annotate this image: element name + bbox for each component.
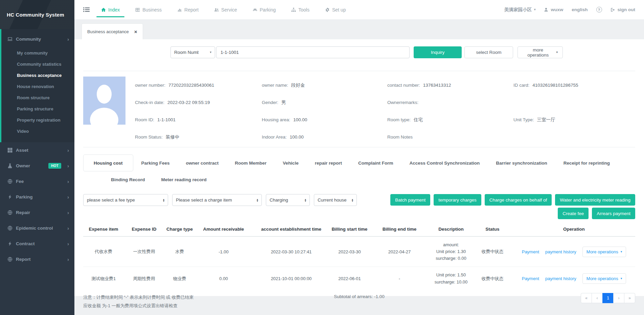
tab-vehicle[interactable]: Vehicle [275, 161, 307, 166]
payment-history-link[interactable]: payment history [545, 276, 576, 281]
temporary-charges-button[interactable]: temporary charges [434, 194, 481, 206]
table-row: 代收水费 一次性费用 水费 -1.00 2022-03-30 10:27:41 … [83, 236, 635, 267]
water-and-electricity-meter-reading-button[interactable]: Water and electricity meter reading [555, 194, 635, 206]
arrears-subtotal: Subtotal of arrears: -1.00 [267, 293, 451, 299]
sidebar-group-repair[interactable]: Repair › [0, 205, 74, 220]
sidebar-group-community[interactable]: Community › [1, 31, 74, 47]
topnav-parking[interactable]: Parking [253, 0, 276, 19]
sidebar-group-epidemic-control[interactable]: Epidemic control › [0, 220, 74, 236]
charge-item-select[interactable]: Please select a charge item ▴▾ [172, 194, 262, 206]
grid-icon [7, 148, 13, 153]
detail-tabs-row1: Housing costParking Feesowner contractRo… [83, 154, 635, 171]
sidebar-group-fee[interactable]: Fee › [0, 173, 74, 189]
topnav-report[interactable]: Report [177, 0, 199, 19]
sidebar-item-video[interactable]: Video [1, 126, 74, 137]
globe-icon [7, 210, 13, 215]
tab-repair-report[interactable]: repair report [307, 161, 350, 166]
column-header: Expense item [83, 223, 124, 236]
sidebar-item-property-registration[interactable]: Property registration [1, 114, 74, 126]
select-arrows-icon: ▴▾ [253, 198, 258, 202]
page-last-button[interactable]: » [624, 293, 635, 303]
chevron-right-icon: › [67, 148, 69, 153]
topnav-service[interactable]: Service [214, 0, 237, 19]
menu-toggle-icon[interactable] [83, 6, 90, 13]
page-first-button[interactable]: « [581, 293, 592, 303]
sidebar-item-business-acceptance[interactable]: Business acceptance [1, 70, 74, 81]
charging-select[interactable]: Charging ▴▾ [266, 194, 310, 206]
batch-payment-button[interactable]: Batch payment [390, 194, 430, 206]
chevron-right-icon: › [67, 241, 69, 246]
language-switch[interactable]: english [572, 7, 588, 12]
tab-receipt-for-reprinting[interactable]: Receipt for reprinting [555, 161, 618, 166]
tab-housing-cost[interactable]: Housing cost [83, 154, 133, 171]
sidebar-item-house-renovation[interactable]: House renovation [1, 81, 74, 92]
tab-parking-fees[interactable]: Parking Fees [133, 161, 178, 166]
fee-table: Expense itemExpense IDCharge typeAmount … [83, 223, 635, 290]
sidebar-item-parking-structure[interactable]: Parking structure [1, 103, 74, 114]
owner-field: Room ID: 1-1-1001 [135, 117, 262, 122]
owner-field: Ownerremarks: [387, 100, 513, 105]
tab-business-acceptance[interactable]: Business acceptance × [82, 23, 143, 39]
page-prev-button[interactable]: ‹ [592, 293, 603, 303]
owner-field: Room type: 住宅 [387, 117, 513, 123]
community-selector[interactable]: 美满家园小区 ▾ [504, 7, 536, 13]
topnav-business[interactable]: Business [135, 0, 162, 19]
tab-complaint-form[interactable]: Complaint Form [350, 161, 401, 166]
owner-field: ID card: 410326198101286755 [513, 83, 635, 88]
column-header: Status [472, 223, 513, 236]
avatar [83, 77, 125, 125]
caret-down-icon: ▾ [556, 51, 558, 54]
inquiry-button[interactable]: Inquiry [414, 46, 462, 58]
owner-field: Unit Type: 三室一厅 [513, 117, 635, 123]
tab-meter-reading-record[interactable]: Meter reading record [153, 177, 215, 182]
close-icon[interactable]: × [134, 29, 137, 34]
payment-history-link[interactable]: payment history [545, 249, 576, 254]
sitemap-icon [291, 7, 296, 12]
sidebar-item-community-statistics[interactable]: Community statistics [1, 59, 74, 70]
page-number-button[interactable]: 1 [602, 293, 614, 303]
page-next-button[interactable]: › [613, 293, 624, 303]
caret-down-icon: ▾ [621, 250, 622, 253]
topnav-set-up[interactable]: Set up [325, 0, 346, 19]
sidebar-group-asset[interactable]: Asset › [0, 142, 74, 158]
more-operations-button[interactable]: More operations▾ [582, 247, 626, 257]
chevron-right-icon: › [67, 194, 69, 200]
house-select[interactable]: Current house ▴▾ [314, 194, 357, 206]
more-operations-dropdown[interactable]: more operations ▾ [518, 46, 563, 58]
select-room-button[interactable]: select Room [464, 46, 513, 58]
search-field-select[interactable]: Room Number ▾ [170, 46, 215, 58]
sidebar-item-my-community[interactable]: My community [1, 47, 74, 59]
flask-icon [7, 163, 13, 168]
sidebar-item-room-structure[interactable]: Room structure [1, 92, 74, 103]
topbar-right: 美满家园小区 ▾ wuxw english sign out [504, 7, 635, 13]
tab-access-control-synchronization[interactable]: Access Control Synchronization [401, 161, 488, 166]
topnav-index[interactable]: Index [101, 0, 120, 19]
more-operations-button[interactable]: More operations▾ [582, 273, 626, 284]
help-icon[interactable] [596, 7, 602, 13]
owner-field: Housing area: 100.00 [262, 117, 387, 122]
pagination: «‹1›» [581, 293, 635, 303]
topnav-tools[interactable]: Tools [291, 0, 309, 19]
fee-type-select[interactable]: please select a fee type ▴▾ [83, 194, 168, 206]
user-menu[interactable]: wuxw [544, 7, 563, 12]
fee-actions: Batch paymenttemporary chargesCharge cha… [390, 194, 635, 219]
column-header: Expense ID [124, 223, 164, 236]
charge-charges-on-behalf-of-button[interactable]: Charge charges on behalf of [485, 194, 552, 206]
sidebar-group-contract[interactable]: Contract › [0, 236, 74, 251]
tab-barrier-synchronization[interactable]: Barrier synchronization [488, 161, 555, 166]
bar-chart-icon [177, 7, 182, 12]
sign-out-icon [611, 7, 615, 12]
sidebar-group-owner[interactable]: Owner HOT › [0, 158, 74, 173]
create-fee-button[interactable]: Create fee [558, 208, 589, 219]
sidebar-group-parking[interactable]: Parking › [0, 189, 74, 205]
sidebar-group-report[interactable]: Report › [0, 251, 74, 267]
arrears-payment-button[interactable]: Arrears payment [592, 208, 635, 219]
tab-owner-contract[interactable]: owner contract [178, 161, 227, 166]
table-row: 测试物业费1 周期性费用 物业费 0.00 2021-10-01 00:00:0… [83, 267, 635, 290]
sign-out-button[interactable]: sign out [611, 7, 636, 12]
tab-room-member[interactable]: Room Member [227, 161, 275, 166]
payment-link[interactable]: Payment [522, 276, 539, 281]
search-input[interactable] [216, 46, 410, 58]
tab-binding-record[interactable]: Binding Record [103, 177, 153, 182]
payment-link[interactable]: Payment [522, 249, 539, 254]
